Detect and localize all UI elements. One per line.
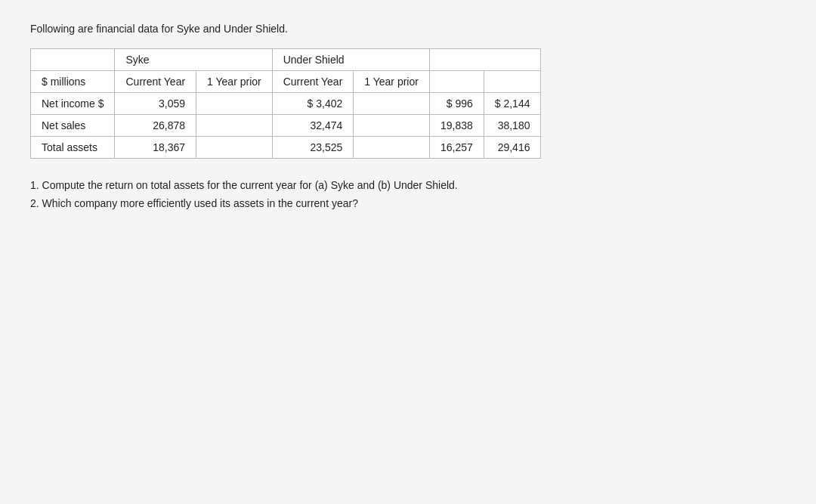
- row-0-us-prior: $ 2,144: [484, 93, 541, 115]
- under-prior-year-header: 1 Year prior: [354, 71, 430, 93]
- under-shield-header: Under Shield: [272, 49, 429, 71]
- row-1-under-prior: [354, 115, 430, 137]
- syke-current-year-header: Current Year: [115, 71, 196, 93]
- extra-header-empty: [429, 49, 541, 71]
- instructions: 1. Compute the return on total assets fo…: [30, 177, 786, 213]
- us-current-empty: [429, 71, 484, 93]
- row-2-label: Total assets: [31, 137, 115, 159]
- row-1-us-current: 19,838: [429, 115, 484, 137]
- row-2-under-prior: [354, 137, 430, 159]
- row-2-us-prior: 29,416: [484, 137, 541, 159]
- row-2-syke-current: 18,367: [115, 137, 196, 159]
- intro-text: Following are financial data for Syke an…: [30, 23, 786, 35]
- row-0-under-current: $ 3,402: [272, 93, 354, 115]
- us-prior-empty: [484, 71, 541, 93]
- table-row: Total assets18,36723,52516,25729,416: [31, 137, 541, 159]
- under-current-year-header: Current Year: [272, 71, 354, 93]
- row-1-us-prior: 38,180: [484, 115, 541, 137]
- row-2-under-current: 23,525: [272, 137, 354, 159]
- financial-table: Syke Under Shield $ millions Current Yea…: [30, 48, 541, 159]
- row-0-label: Net income $: [31, 93, 115, 115]
- syke-header: Syke: [115, 49, 272, 71]
- row-0-syke-current: 3,059: [115, 93, 196, 115]
- instruction-2: 2. Which company more efficiently used i…: [30, 195, 786, 213]
- instruction-1: 1. Compute the return on total assets fo…: [30, 177, 786, 195]
- row-0-us-current: $ 996: [429, 93, 484, 115]
- row-2-us-current: 16,257: [429, 137, 484, 159]
- row-1-syke-prior: [196, 115, 273, 137]
- row-1-syke-current: 26,878: [115, 115, 196, 137]
- row-0-syke-prior: [196, 93, 273, 115]
- row-2-syke-prior: [196, 137, 273, 159]
- syke-prior-year-header: 1 Year prior: [196, 71, 273, 93]
- table-row: Net sales26,87832,47419,83838,180: [31, 115, 541, 137]
- row-0-under-prior: [354, 93, 430, 115]
- row-1-label: Net sales: [31, 115, 115, 137]
- col-millions-header: $ millions: [31, 71, 115, 93]
- row-1-under-current: 32,474: [272, 115, 354, 137]
- col-label-empty: [31, 49, 115, 71]
- table-row: Net income $3,059$ 3,402$ 996$ 2,144: [31, 93, 541, 115]
